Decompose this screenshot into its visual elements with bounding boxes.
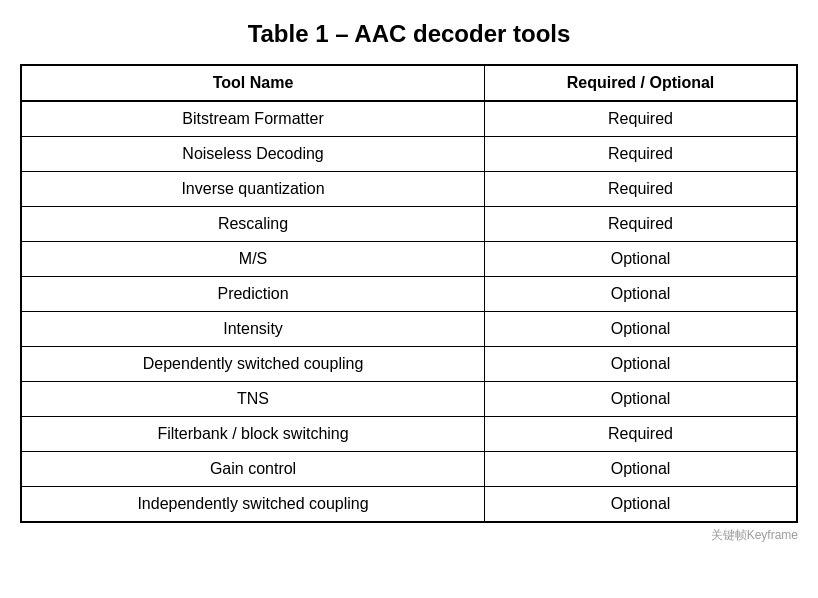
cell-tool-name: Rescaling: [21, 207, 485, 242]
cell-tool-name: Dependently switched coupling: [21, 347, 485, 382]
cell-tool-name: Intensity: [21, 312, 485, 347]
cell-tool-name: Bitstream Formatter: [21, 101, 485, 137]
table-row: PredictionOptional: [21, 277, 797, 312]
cell-status: Optional: [485, 382, 797, 417]
cell-tool-name: Filterbank / block switching: [21, 417, 485, 452]
cell-status: Optional: [485, 242, 797, 277]
cell-status: Required: [485, 172, 797, 207]
page-container: Table 1 – AAC decoder tools Tool Name Re…: [20, 20, 798, 544]
table-row: TNSOptional: [21, 382, 797, 417]
decoder-tools-table: Tool Name Required / Optional Bitstream …: [20, 64, 798, 523]
table-row: Bitstream FormatterRequired: [21, 101, 797, 137]
table-header-row: Tool Name Required / Optional: [21, 65, 797, 101]
cell-status: Required: [485, 101, 797, 137]
table-row: Gain controlOptional: [21, 452, 797, 487]
cell-tool-name: Prediction: [21, 277, 485, 312]
cell-status: Optional: [485, 347, 797, 382]
watermark: 关键帧Keyframe: [20, 527, 798, 544]
page-title: Table 1 – AAC decoder tools: [248, 20, 571, 48]
table-row: Noiseless DecodingRequired: [21, 137, 797, 172]
cell-tool-name: Gain control: [21, 452, 485, 487]
cell-status: Optional: [485, 487, 797, 523]
table-row: M/SOptional: [21, 242, 797, 277]
col-header-required-optional: Required / Optional: [485, 65, 797, 101]
cell-status: Optional: [485, 312, 797, 347]
cell-tool-name: Noiseless Decoding: [21, 137, 485, 172]
cell-status: Optional: [485, 277, 797, 312]
col-header-tool-name: Tool Name: [21, 65, 485, 101]
cell-tool-name: TNS: [21, 382, 485, 417]
cell-status: Required: [485, 137, 797, 172]
table-row: Inverse quantizationRequired: [21, 172, 797, 207]
table-row: Dependently switched couplingOptional: [21, 347, 797, 382]
table-row: RescalingRequired: [21, 207, 797, 242]
cell-tool-name: Independently switched coupling: [21, 487, 485, 523]
table-row: Independently switched couplingOptional: [21, 487, 797, 523]
cell-status: Required: [485, 417, 797, 452]
cell-status: Optional: [485, 452, 797, 487]
table-row: Filterbank / block switchingRequired: [21, 417, 797, 452]
cell-tool-name: M/S: [21, 242, 485, 277]
cell-status: Required: [485, 207, 797, 242]
table-row: IntensityOptional: [21, 312, 797, 347]
cell-tool-name: Inverse quantization: [21, 172, 485, 207]
